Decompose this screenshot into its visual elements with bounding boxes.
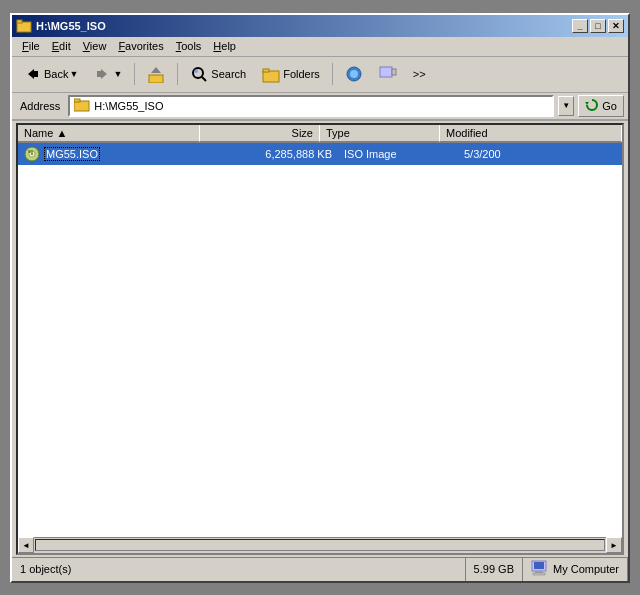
horizontal-scrollbar[interactable]: ◄ ► (18, 537, 622, 553)
more-label: >> (413, 68, 426, 80)
window-icon (16, 18, 32, 34)
svg-point-10 (194, 69, 198, 73)
status-size: 5.99 GB (466, 558, 523, 581)
menu-view[interactable]: View (77, 38, 113, 54)
col-header-size[interactable]: Size (200, 125, 320, 142)
back-icon (23, 65, 41, 83)
col-header-name[interactable]: Name ▲ (18, 125, 200, 142)
forward-button[interactable]: ▼ (87, 60, 129, 88)
svg-rect-16 (392, 69, 396, 75)
svg-rect-5 (97, 71, 102, 77)
svg-rect-11 (263, 71, 279, 82)
up-button[interactable] (140, 60, 172, 88)
menu-help[interactable]: Help (207, 38, 242, 54)
title-buttons: _ □ ✕ (572, 19, 624, 33)
svg-point-8 (193, 68, 203, 78)
title-bar-left: H:\MG55_ISO (16, 18, 106, 34)
menu-file[interactable]: File (16, 38, 46, 54)
svg-marker-7 (151, 67, 161, 73)
media-icon (379, 65, 397, 83)
go-label: Go (602, 100, 617, 112)
toolbar-sep-1 (134, 63, 135, 85)
history-button[interactable] (338, 60, 370, 88)
file-list-body: ISO MG55.ISO 6,285,888 KB ISO Image 5/3/… (18, 143, 622, 537)
go-refresh-icon (585, 98, 599, 114)
minimize-button[interactable]: _ (572, 19, 588, 33)
status-location-text: My Computer (553, 563, 619, 575)
toolbar-sep-3 (332, 63, 333, 85)
address-dropdown-button[interactable]: ▼ (558, 96, 574, 116)
file-list-header: Name ▲ Size Type Modified (18, 125, 622, 143)
explorer-window: H:\MG55_ISO _ □ ✕ File Edit View Favorit… (10, 13, 630, 583)
file-cell-type: ISO Image (338, 146, 458, 162)
search-label: Search (211, 68, 246, 80)
address-folder-icon (74, 98, 90, 114)
svg-rect-15 (380, 67, 392, 77)
iso-file-icon: ISO (24, 146, 40, 162)
folders-label: Folders (283, 68, 320, 80)
file-name: MG55.ISO (44, 147, 100, 161)
back-label: Back (44, 68, 68, 80)
svg-rect-6 (149, 75, 163, 83)
menu-favorites[interactable]: Favorites (112, 38, 169, 54)
svg-rect-25 (535, 571, 543, 573)
maximize-button[interactable]: □ (590, 19, 606, 33)
menu-edit[interactable]: Edit (46, 38, 77, 54)
window-title: H:\MG55_ISO (36, 20, 106, 32)
svg-point-14 (350, 70, 358, 78)
file-cell-size: 6,285,888 KB (218, 146, 338, 162)
scroll-left-button[interactable]: ◄ (18, 537, 34, 553)
svg-rect-18 (74, 99, 80, 102)
close-button[interactable]: ✕ (608, 19, 624, 33)
status-location: My Computer (523, 558, 628, 581)
menu-tools[interactable]: Tools (170, 38, 208, 54)
table-row[interactable]: ISO MG55.ISO 6,285,888 KB ISO Image 5/3/… (18, 143, 622, 165)
svg-line-9 (202, 77, 206, 81)
svg-rect-12 (263, 69, 269, 72)
svg-rect-26 (533, 573, 545, 575)
search-icon (190, 65, 208, 83)
folders-icon (262, 65, 280, 83)
toolbar-sep-2 (177, 63, 178, 85)
file-cell-name: ISO MG55.ISO (18, 144, 218, 164)
address-bar: Address ▼ Go (12, 93, 628, 121)
search-button[interactable]: Search (183, 60, 253, 88)
my-computer-icon (531, 560, 549, 578)
back-dropdown-icon: ▼ (69, 69, 78, 79)
svg-rect-1 (17, 20, 22, 23)
svg-rect-27 (534, 562, 544, 569)
file-cell-modified: 5/3/200 (458, 146, 622, 162)
go-button[interactable]: Go (578, 95, 624, 117)
svg-marker-19 (585, 102, 589, 105)
status-bar: 1 object(s) 5.99 GB My Computer (12, 557, 628, 581)
svg-rect-3 (33, 71, 38, 77)
forward-dropdown-icon: ▼ (113, 69, 122, 79)
col-header-type[interactable]: Type (320, 125, 440, 142)
folders-button[interactable]: Folders (255, 60, 327, 88)
title-bar: H:\MG55_ISO _ □ ✕ (12, 15, 628, 37)
up-icon (147, 65, 165, 83)
file-list-container: Name ▲ Size Type Modified ISO MG55.ISO (16, 123, 624, 555)
forward-icon (94, 65, 112, 83)
col-header-modified[interactable]: Modified (440, 125, 622, 142)
scroll-right-button[interactable]: ► (606, 537, 622, 553)
scroll-track[interactable] (35, 539, 605, 551)
address-label: Address (16, 100, 64, 112)
more-button[interactable]: >> (406, 60, 433, 88)
svg-text:ISO: ISO (28, 150, 34, 154)
back-button[interactable]: Back ▼ (16, 60, 85, 88)
toolbar: Back ▼ ▼ (12, 57, 628, 93)
history-icon (345, 65, 363, 83)
menu-bar: File Edit View Favorites Tools Help (12, 37, 628, 57)
media-button[interactable] (372, 60, 404, 88)
address-input[interactable] (94, 100, 548, 112)
address-input-wrapper[interactable] (68, 95, 554, 117)
status-objects: 1 object(s) (12, 558, 466, 581)
